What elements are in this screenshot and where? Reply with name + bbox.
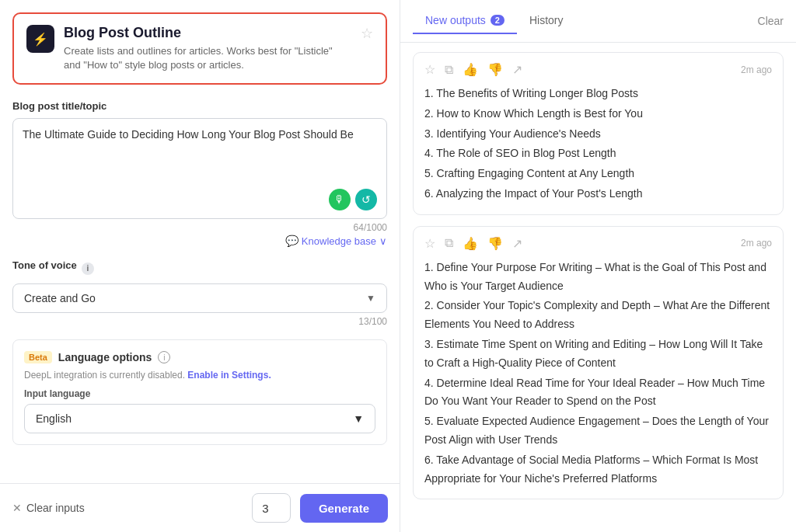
input-lang-select[interactable]: English ▼ xyxy=(24,404,375,433)
list-item: 5. Evaluate Expected Audience Engagement… xyxy=(424,412,772,450)
list-item: 3. Estimate Time Spent on Writing and Ed… xyxy=(424,336,772,373)
blog-title-section: Blog post title/topic The Ultimate Guide… xyxy=(12,100,387,247)
blog-title-wrapper: The Ultimate Guide to Deciding How Long … xyxy=(12,118,387,219)
knowledge-base-link[interactable]: 💬 Knowledge base ∨ xyxy=(12,235,387,247)
output-list-2: 1. Define Your Purpose For Writing – Wha… xyxy=(424,259,772,489)
share-icon[interactable]: ↗ xyxy=(512,62,522,77)
clear-inputs-button[interactable]: ✕ Clear inputs xyxy=(12,502,85,514)
language-title: Language options xyxy=(58,351,152,363)
count-input[interactable] xyxy=(252,493,291,523)
chevron-down-icon: ▼ xyxy=(353,412,364,425)
blog-title-label: Blog post title/topic xyxy=(12,100,387,112)
thumbs-up-icon[interactable]: 👍 xyxy=(463,62,478,77)
right-header: New outputs 2 History Clear xyxy=(400,0,796,43)
beta-badge: Beta xyxy=(24,351,52,363)
input-lang-label: Input language xyxy=(24,388,375,399)
tone-select[interactable]: Create and Go ▼ xyxy=(12,283,387,313)
tone-label: Tone of voice xyxy=(12,259,77,271)
refresh-icon[interactable]: ↺ xyxy=(355,189,377,210)
copy-icon[interactable]: ⧉ xyxy=(445,63,453,77)
output-actions-1: ☆ ⧉ 👍 👎 ↗ 2m ago xyxy=(424,62,772,77)
tone-value: Create and Go xyxy=(24,292,96,304)
tone-info-icon[interactable]: i xyxy=(82,263,94,275)
output-timestamp-2: 2m ago xyxy=(741,238,772,249)
thumbs-up-icon[interactable]: 👍 xyxy=(463,236,478,251)
list-item: 2. Consider Your Topic's Complexity and … xyxy=(424,297,772,334)
thumbs-down-icon[interactable]: 👎 xyxy=(487,236,503,251)
share-icon[interactable]: ↗ xyxy=(512,236,522,251)
list-item: 3. Identifying Your Audience's Needs xyxy=(424,125,772,144)
tab-history-label: History xyxy=(529,14,564,26)
new-outputs-badge: 2 xyxy=(491,15,504,26)
list-item: 1. Define Your Purpose For Writing – Wha… xyxy=(424,259,772,296)
chevron-down-icon: ▼ xyxy=(366,293,375,304)
knowledge-base-icon: 💬 xyxy=(285,235,298,247)
list-item: 2. How to Know Which Length is Best for … xyxy=(424,105,772,123)
clear-inputs-label: Clear inputs xyxy=(26,502,85,514)
language-info-icon[interactable]: i xyxy=(158,351,170,363)
star-icon[interactable]: ☆ xyxy=(424,236,435,251)
outputs-container: ☆ ⧉ 👍 👎 ↗ 2m ago 1. The Benefits of Writ… xyxy=(400,43,796,532)
copy-icon[interactable]: ⧉ xyxy=(445,236,453,250)
tool-card: ⚡ Blog Post Outline Create lists and out… xyxy=(12,12,387,85)
generate-button[interactable]: Generate xyxy=(300,494,388,523)
output-list-1: 1. The Benefits of Writing Longer Blog P… xyxy=(424,85,772,203)
knowledge-base-label: Knowledge base xyxy=(302,235,376,247)
tool-info: Blog Post Outline Create lists and outli… xyxy=(64,25,351,72)
right-panel: New outputs 2 History Clear ☆ ⧉ 👍 👎 ↗ 2m… xyxy=(400,0,796,532)
enable-settings-link[interactable]: Enable in Settings. xyxy=(187,370,271,381)
tab-new-outputs[interactable]: New outputs 2 xyxy=(413,8,517,34)
list-item: 1. The Benefits of Writing Longer Blog P… xyxy=(424,85,772,103)
tone-label-row: Tone of voice i xyxy=(12,259,387,277)
bottom-bar: ✕ Clear inputs Generate xyxy=(0,483,400,532)
deepl-notice: DeepL integration is currently disabled.… xyxy=(24,370,375,381)
clear-button[interactable]: Clear xyxy=(758,15,784,27)
star-icon[interactable]: ☆ xyxy=(424,62,435,77)
char-count: 64/1000 xyxy=(12,222,387,233)
list-item: 5. Crafting Engaging Content at Any Leng… xyxy=(424,165,772,183)
tab-new-outputs-label: New outputs xyxy=(425,14,486,26)
mic-icon[interactable]: 🎙 xyxy=(329,189,351,210)
output-actions-2: ☆ ⧉ 👍 👎 ↗ 2m ago xyxy=(424,236,772,251)
output-card-1: ☆ ⧉ 👍 👎 ↗ 2m ago 1. The Benefits of Writ… xyxy=(413,52,784,215)
language-section: Beta Language options i DeepL integratio… xyxy=(12,339,387,445)
tab-history[interactable]: History xyxy=(517,8,576,34)
list-item: 6. Analyzing the Impact of Your Post's L… xyxy=(424,185,772,203)
input-lang-value: English xyxy=(36,412,72,425)
list-item: 4. Determine Ideal Read Time for Your Id… xyxy=(424,374,772,412)
list-item: 4. The Role of SEO in Blog Post Length xyxy=(424,144,772,163)
tool-title: Blog Post Outline xyxy=(64,25,351,41)
tool-icon: ⚡ xyxy=(26,25,54,53)
output-card-2: ☆ ⧉ 👍 👎 ↗ 2m ago 1. Define Your Purpose … xyxy=(413,226,784,500)
tone-char-count: 13/100 xyxy=(12,316,387,327)
language-header: Beta Language options i xyxy=(24,351,375,363)
blog-title-input[interactable]: The Ultimate Guide to Deciding How Long … xyxy=(23,127,377,181)
tone-section: Tone of voice i Create and Go ▼ 13/100 xyxy=(12,259,387,327)
tool-description: Create lists and outlines for articles. … xyxy=(64,44,351,72)
thumbs-down-icon[interactable]: 👎 xyxy=(487,62,503,77)
output-timestamp-1: 2m ago xyxy=(741,64,772,75)
list-item: 6. Take Advantage of Social Media Platfo… xyxy=(424,451,772,489)
chevron-down-icon: ∨ xyxy=(379,235,387,247)
x-icon: ✕ xyxy=(12,502,22,514)
favorite-icon[interactable]: ☆ xyxy=(361,25,373,42)
